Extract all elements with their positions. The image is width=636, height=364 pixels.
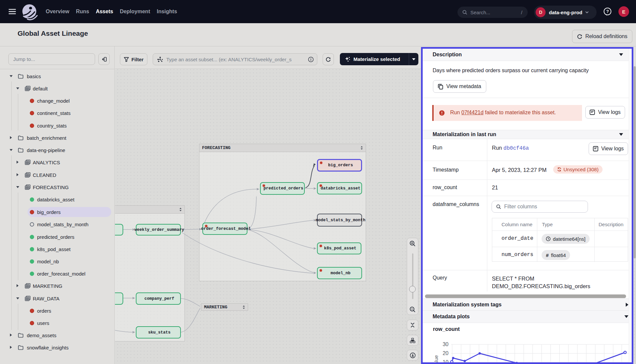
svg-text:30: 30 (443, 341, 449, 347)
svg-text:10: 10 (443, 359, 449, 362)
svg-text:Value: Value (433, 355, 439, 362)
svg-text:?: ? (606, 9, 609, 14)
svg-text:20: 20 (443, 350, 449, 356)
